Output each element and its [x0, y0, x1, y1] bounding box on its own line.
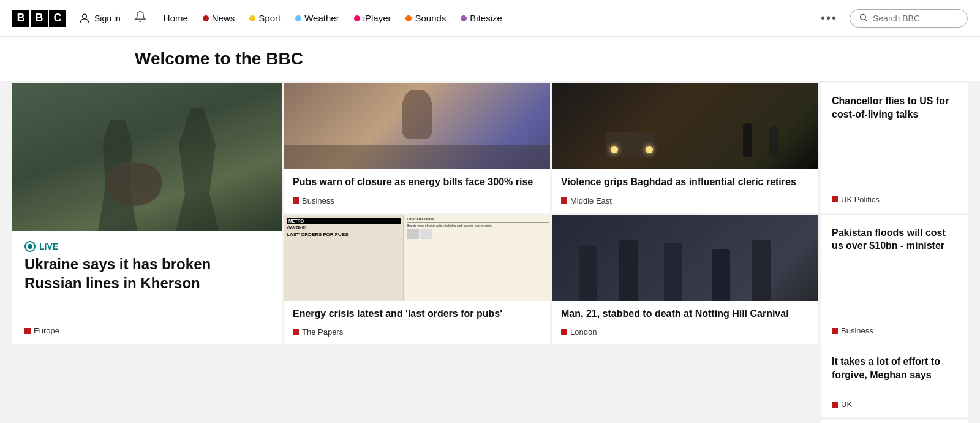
sport-icon	[249, 15, 255, 21]
pools-article-card[interactable]: French tax officials use AI to find hidd…	[821, 420, 968, 423]
weather-icon	[295, 15, 301, 21]
stabbing-article-footer: London	[552, 324, 818, 344]
nav-bitesize[interactable]: Bitesize	[454, 9, 508, 27]
nav-iplayer[interactable]: iPlayer	[348, 9, 398, 27]
category-icon	[561, 197, 567, 204]
baghdad-article-image	[552, 83, 818, 169]
papers-article-image: METRO VMA'ZING! LAST ORDERS FOR PUBS Fin…	[284, 215, 550, 301]
site-header: B B C Sign in Home News Sport Weather	[0, 0, 980, 37]
meghan-article-card[interactable]: It takes a lot of effort to forgive, Meg…	[821, 344, 968, 417]
news-icon	[203, 15, 209, 21]
baghdad-article-footer: Middle East	[552, 192, 818, 213]
papers-article-category: The Papers	[293, 327, 343, 337]
chancellor-article-footer: UK Politics	[832, 195, 957, 204]
stabbing-article-category: London	[561, 327, 597, 337]
category-icon	[561, 329, 567, 335]
sign-in-button[interactable]: Sign in	[78, 12, 121, 25]
nav-news[interactable]: News	[197, 9, 241, 27]
nav-sounds[interactable]: Sounds	[399, 9, 452, 27]
svg-line-2	[865, 19, 867, 21]
pubs-article-card[interactable]: Pubs warn of closure as energy bills fac…	[284, 83, 550, 213]
category-icon	[293, 329, 299, 335]
baghdad-article-headline: Violence grips Baghdad as influential cl…	[561, 175, 810, 189]
category-icon	[832, 328, 838, 334]
page-title: Welcome to the BBC	[135, 49, 845, 69]
live-dot-icon	[24, 241, 36, 252]
search-icon	[859, 13, 868, 24]
nav-weather[interactable]: Weather	[289, 9, 345, 27]
page-title-section: Welcome to the BBC	[0, 37, 980, 81]
bbc-logo[interactable]: B B C	[12, 10, 66, 27]
pakistan-article-footer: Business	[832, 326, 957, 335]
pubs-article-image	[284, 83, 550, 169]
papers-article-headline: Energy crisis latest and 'last orders fo…	[293, 307, 541, 321]
search-bar[interactable]	[850, 9, 968, 28]
main-article-headline: Ukraine says it has broken Russian lines…	[24, 254, 270, 292]
search-input[interactable]	[873, 13, 959, 23]
papers-article-body: Energy crisis latest and 'last orders fo…	[284, 301, 550, 324]
baghdad-article-category: Middle East	[561, 196, 612, 205]
content-grid: LIVE Ukraine says it has broken Russian …	[0, 81, 980, 346]
main-article-body: LIVE Ukraine says it has broken Russian …	[12, 231, 282, 320]
baghdad-article-card[interactable]: Violence grips Baghdad as influential cl…	[552, 83, 818, 213]
bbc-logo-c: C	[49, 10, 66, 27]
category-icon	[832, 402, 838, 408]
pubs-article-footer: Business	[284, 192, 550, 213]
live-badge: LIVE	[24, 241, 58, 252]
bbc-logo-b1: B	[12, 10, 29, 27]
iplayer-icon	[354, 15, 360, 21]
pakistan-article-category: Business	[832, 326, 873, 335]
sounds-icon	[405, 15, 412, 21]
pubs-article-headline: Pubs warn of closure as energy bills fac…	[293, 175, 541, 189]
content-grid-row4: French tax officials use AI to find hidd…	[0, 420, 980, 423]
more-nav-button[interactable]: •••	[816, 9, 842, 28]
category-icon	[24, 328, 31, 334]
stabbing-article-body: Man, 21, stabbed to death at Notting Hil…	[552, 301, 818, 324]
svg-point-0	[83, 14, 87, 18]
chancellor-article-card[interactable]: Chancellor flies to US for cost-of-livin…	[821, 83, 968, 213]
papers-article-card[interactable]: METRO VMA'ZING! LAST ORDERS FOR PUBS Fin…	[284, 215, 550, 345]
bbc-logo-b2: B	[31, 10, 48, 27]
pubs-article-body: Pubs warn of closure as energy bills fac…	[284, 169, 550, 192]
pakistan-article-headline: Pakistan floods will cost us over $10bn …	[832, 226, 957, 253]
pakistan-article-card[interactable]: Pakistan floods will cost us over $10bn …	[821, 215, 968, 345]
meghan-article-headline: It takes a lot of effort to forgive, Meg…	[832, 355, 957, 381]
main-article-image	[12, 83, 282, 231]
stabbing-article-card[interactable]: Man, 21, stabbed to death at Notting Hil…	[552, 215, 818, 345]
main-article-card[interactable]: LIVE Ukraine says it has broken Russian …	[12, 83, 282, 344]
stabbing-article-image	[552, 215, 818, 301]
stabbing-article-headline: Man, 21, stabbed to death at Notting Hil…	[561, 307, 810, 321]
chancellor-article-headline: Chancellor flies to US for cost-of-livin…	[832, 94, 957, 121]
meghan-article-footer: UK	[832, 400, 957, 409]
category-icon	[832, 196, 838, 202]
main-article-category: Europe	[24, 326, 59, 335]
nav-sport[interactable]: Sport	[243, 9, 287, 27]
baghdad-article-body: Violence grips Baghdad as influential cl…	[552, 169, 818, 192]
nav-home[interactable]: Home	[157, 9, 194, 27]
notifications-icon[interactable]	[134, 10, 146, 26]
chancellor-article-category: UK Politics	[832, 195, 880, 204]
pubs-article-category: Business	[293, 196, 334, 205]
meghan-article-category: UK	[832, 400, 852, 409]
main-nav: Home News Sport Weather iPlayer Sounds B…	[157, 9, 809, 27]
category-icon	[293, 197, 299, 204]
main-article-footer: Europe	[12, 320, 282, 344]
svg-point-1	[861, 14, 866, 20]
bitesize-icon	[461, 15, 467, 21]
content-grid-row3: It takes a lot of effort to forgive, Meg…	[0, 344, 980, 420]
papers-article-footer: The Papers	[284, 324, 550, 344]
user-icon	[78, 12, 91, 25]
